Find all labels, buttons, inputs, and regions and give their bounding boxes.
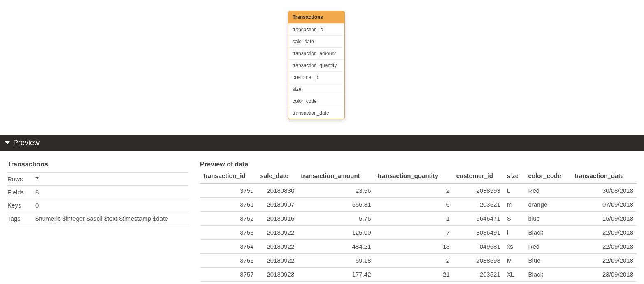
cell: orange (525, 198, 571, 212)
table-row[interactable]: 3757 20180923 177.42 21 203521 XL Black … (200, 268, 637, 282)
cell: 5.75 (298, 212, 374, 226)
cell: m (504, 198, 525, 212)
cell: S (504, 212, 525, 226)
table-row[interactable]: 3754 20180922 484.21 13 049681 xs Red 22… (200, 240, 637, 254)
meta-row-fields: Fields 8 (7, 186, 188, 199)
table-row[interactable]: 3752 20180916 5.75 1 5646471 S blue 16/0… (200, 212, 637, 226)
cell: 3752 (200, 212, 257, 226)
chevron-down-icon (5, 141, 10, 144)
meta-key: Rows (7, 173, 35, 185)
cell: 3750 (200, 184, 257, 198)
table-row[interactable]: 3753 20180922 125.00 7 3036491 l Black 2… (200, 226, 637, 240)
cell: 23/09/2018 (571, 268, 637, 282)
cell: 30/08/2018 (571, 184, 637, 198)
preview-toggle-bar[interactable]: Preview (0, 135, 644, 151)
cell: 556.31 (298, 198, 374, 212)
cell: 20180923 (257, 268, 298, 282)
cell: 049681 (453, 240, 504, 254)
cell: 20180907 (257, 198, 298, 212)
cell: 484.21 (298, 240, 374, 254)
cell: Red (525, 184, 571, 198)
cell: 2038593 (453, 254, 504, 268)
table-header-row: transaction_id sale_date transaction_amo… (200, 170, 637, 184)
table-row[interactable]: 3750 20180830 23.56 2 2038593 L Red 30/0… (200, 184, 637, 198)
table-card-field[interactable]: transaction_id (288, 23, 344, 35)
column-header[interactable]: transaction_quantity (374, 170, 453, 184)
cell: 20180830 (257, 184, 298, 198)
table-card-field[interactable]: size (288, 83, 344, 95)
cell: 20180922 (257, 226, 298, 240)
cell: l (504, 226, 525, 240)
cell: 3756 (200, 254, 257, 268)
cell: Red (525, 240, 571, 254)
column-header[interactable]: color_code (525, 170, 571, 184)
column-header[interactable]: transaction_date (571, 170, 637, 184)
cell: 07/09/2018 (571, 198, 637, 212)
column-header[interactable]: size (504, 170, 525, 184)
table-card-field[interactable]: transaction_quantity (288, 59, 344, 71)
cell: 22/09/2018 (571, 226, 637, 240)
meta-value: 8 (35, 186, 188, 199)
meta-key: Tags (7, 212, 35, 225)
cell: 3754 (200, 240, 257, 254)
cell: 177.42 (298, 268, 374, 282)
column-header[interactable]: transaction_amount (298, 170, 374, 184)
cell: 13 (374, 240, 453, 254)
cell: M (504, 254, 525, 268)
data-preview-title: Preview of data (200, 158, 637, 170)
cell: 21 (374, 268, 453, 282)
cell: 2 (374, 184, 453, 198)
meta-row-rows: Rows 7 (7, 173, 188, 186)
column-header[interactable]: customer_id (453, 170, 504, 184)
cell: 3751 (200, 198, 257, 212)
cell: Black (525, 268, 571, 282)
cell: 23.56 (298, 184, 374, 198)
cell: Black (525, 226, 571, 240)
cell: 203521 (453, 268, 504, 282)
cell: 7 (374, 226, 453, 240)
preview-bar-label: Preview (13, 139, 40, 147)
cell: 2 (374, 254, 453, 268)
cell: 20180922 (257, 254, 298, 268)
table-card-field[interactable]: transaction_date (288, 107, 344, 119)
meta-key: Keys (7, 199, 35, 212)
table-card-field[interactable]: sale_date (288, 35, 344, 47)
cell: 3757 (200, 268, 257, 282)
model-canvas[interactable]: Transactions transaction_id sale_date tr… (0, 0, 644, 135)
cell: 59.18 (298, 254, 374, 268)
cell: 22/09/2018 (571, 240, 637, 254)
meta-value: $numeric $integer $ascii $text $timestam… (35, 212, 188, 225)
column-header[interactable]: transaction_id (200, 170, 257, 184)
cell: L (504, 184, 525, 198)
table-card-transactions[interactable]: Transactions transaction_id sale_date tr… (288, 11, 345, 119)
cell: Blue (525, 254, 571, 268)
cell: 3036491 (453, 226, 504, 240)
cell: 2038593 (453, 184, 504, 198)
table-card-field[interactable]: color_code (288, 95, 344, 107)
meta-row-tags: Tags $numeric $integer $ascii $text $tim… (7, 212, 188, 225)
cell: 22/09/2018 (571, 254, 637, 268)
cell: 16/09/2018 (571, 212, 637, 226)
table-row[interactable]: 3756 20180922 59.18 2 2038593 M Blue 22/… (200, 254, 637, 268)
preview-body: Transactions Rows 7 Fields 8 Keys 0 Tags… (0, 151, 644, 284)
cell: 20180922 (257, 240, 298, 254)
cell: 6 (374, 198, 453, 212)
data-preview-panel: Preview of data transaction_id sale_date… (200, 158, 637, 282)
meta-panel: Transactions Rows 7 Fields 8 Keys 0 Tags… (7, 158, 188, 225)
cell: 203521 (453, 198, 504, 212)
meta-value: 7 (35, 173, 188, 185)
table-card-field[interactable]: transaction_amount (288, 47, 344, 59)
cell: 5646471 (453, 212, 504, 226)
meta-key: Fields (7, 186, 35, 199)
table-card-field[interactable]: customer_id (288, 71, 344, 83)
cell: 125.00 (298, 226, 374, 240)
table-card-title: Transactions (288, 11, 344, 23)
cell: 1 (374, 212, 453, 226)
cell: 20180916 (257, 212, 298, 226)
cell: blue (525, 212, 571, 226)
meta-title: Transactions (7, 158, 188, 173)
column-header[interactable]: sale_date (257, 170, 298, 184)
meta-value: 0 (35, 199, 188, 212)
table-row[interactable]: 3751 20180907 556.31 6 203521 m orange 0… (200, 198, 637, 212)
meta-row-keys: Keys 0 (7, 199, 188, 212)
